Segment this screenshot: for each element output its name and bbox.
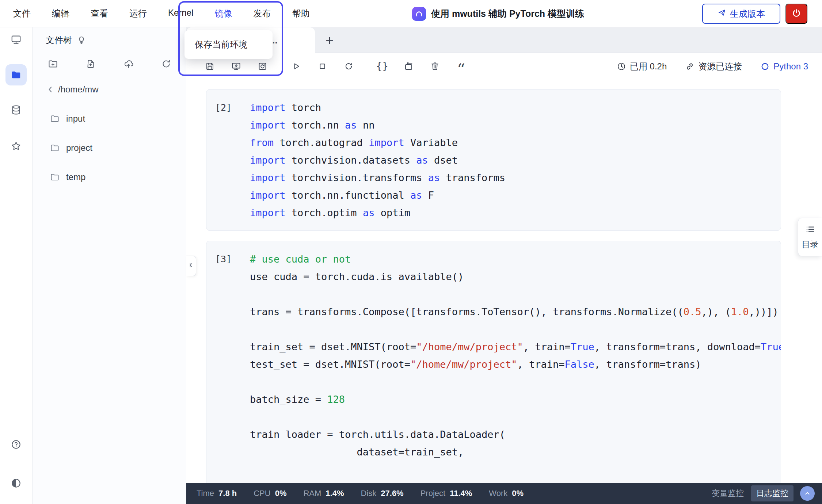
kernel-status[interactable]: Python 3	[760, 61, 808, 72]
resource-status[interactable]: 资源已连接	[685, 61, 742, 72]
menu-item-kernel[interactable]: Kernel	[168, 8, 193, 19]
notebook-title-group: 使用 mwutils 辅助 PyTorch 模型训练	[412, 0, 584, 27]
toc-icon	[805, 224, 815, 236]
stop-button[interactable]	[317, 61, 327, 72]
resource-metrics: Time7.8 hCPU0%RAM1.4%Disk27.6%Project11.…	[186, 489, 524, 498]
delete-cell-button[interactable]	[430, 61, 440, 72]
back-button[interactable]	[46, 85, 55, 94]
chevron-up-icon	[803, 489, 811, 497]
code-editor[interactable]: # use cuda or notuse_cuda = torch.cuda.i…	[250, 251, 781, 461]
menu-item-edit[interactable]: 编辑	[52, 8, 69, 19]
menu-item-publish[interactable]: 发布	[253, 8, 271, 19]
theme-icon	[11, 478, 22, 489]
quote-button[interactable]: “	[456, 61, 466, 72]
send-icon	[718, 8, 726, 17]
folder-fill-icon	[11, 69, 22, 80]
sidebar-folder-fill-button[interactable]	[5, 64, 27, 85]
restart-kernel-button[interactable]	[343, 61, 354, 72]
link-icon	[685, 62, 694, 71]
execution-count: [2]	[215, 99, 232, 117]
refresh-button[interactable]	[161, 59, 171, 69]
delete-cell-icon	[430, 61, 440, 71]
metric-cpu: CPU0%	[254, 489, 286, 498]
restart-run-all-icon	[258, 61, 267, 71]
power-icon	[791, 8, 802, 18]
notebook-toolbar: {}“ 已用 0.2h资源已连接Python 3	[186, 53, 822, 80]
file-tree-panel: 文件树 /home/mw inputprojecttemp	[33, 27, 186, 504]
run-cell-icon	[291, 61, 301, 71]
add-tab-button[interactable]: +	[322, 27, 337, 53]
sidebar-star-button[interactable]	[5, 135, 27, 157]
execution-count: [3]	[215, 251, 232, 268]
log-monitor-tab[interactable]: 日志监控	[751, 485, 794, 501]
collapse-left-icon	[187, 261, 195, 269]
run-cell-button[interactable]	[291, 61, 301, 72]
insert-cell-button[interactable]	[403, 61, 414, 72]
restart-kernel-icon	[344, 61, 354, 71]
metric-disk: Disk27.6%	[361, 489, 404, 498]
file-tree-item-temp[interactable]: temp	[33, 163, 186, 192]
export-button[interactable]	[231, 61, 241, 72]
toc-tab[interactable]: 目录	[798, 218, 822, 256]
restart-run-all-button[interactable]	[257, 61, 267, 72]
collapse-sidebar-handle[interactable]	[186, 256, 196, 276]
file-tree-item-project[interactable]: project	[33, 133, 186, 163]
save-icon	[205, 61, 215, 71]
collapse-left-icon	[187, 261, 195, 270]
code-cell-2[interactable]: [2]import torchimport torch.nn as nnfrom…	[206, 89, 781, 231]
send-icon	[718, 8, 726, 19]
metric-time: Time7.8 h	[197, 489, 237, 498]
variable-monitor-tab[interactable]: 变量监控	[707, 485, 749, 501]
sidebar-workspace-button[interactable]	[5, 29, 27, 50]
help-icon	[11, 439, 22, 450]
export-icon	[231, 61, 241, 71]
save-button[interactable]	[205, 61, 215, 72]
menu-item-image[interactable]: 镜像	[214, 8, 232, 19]
generate-version-button[interactable]: 生成版本	[702, 4, 780, 24]
page-title: 使用 mwutils 辅助 PyTorch 模型训练	[431, 8, 584, 20]
upload-button[interactable]	[123, 59, 134, 69]
menu-item-help[interactable]: 帮助	[292, 8, 309, 19]
file-tree-header: 文件树	[33, 27, 186, 53]
generate-version-label: 生成版本	[730, 8, 765, 20]
lightbulb-icon[interactable]	[77, 36, 86, 45]
activity-bar	[0, 27, 33, 504]
app-logo-icon	[412, 7, 426, 21]
breadcrumb: /home/mw	[33, 75, 186, 104]
time-used[interactable]: 已用 0.2h	[617, 61, 667, 72]
current-path: /home/mw	[58, 84, 99, 95]
workspace-icon	[11, 34, 22, 45]
new-folder-button[interactable]	[48, 59, 58, 69]
notebook-toolbar-status: 已用 0.2h资源已连接Python 3	[617, 61, 822, 72]
code-cell-3[interactable]: [3]# use cuda or notuse_cuda = torch.cud…	[206, 241, 781, 504]
metric-project: Project11.4%	[420, 489, 472, 498]
file-tree-item-input[interactable]: input	[33, 104, 186, 133]
menu-bar: 文件编辑查看运行Kernel镜像发布帮助 使用 mwutils 辅助 PyTor…	[0, 0, 822, 27]
mirror-dropdown-menu: 保存当前环境	[184, 30, 273, 59]
tab-strip: ... +	[186, 27, 822, 53]
metric-work: Work0%	[489, 489, 524, 498]
database-icon	[11, 104, 22, 115]
folder-outline-icon	[50, 143, 60, 153]
sidebar-theme-button[interactable]	[5, 473, 27, 494]
format-code-icon: {}	[376, 60, 388, 72]
menu-item-view[interactable]: 查看	[91, 8, 108, 19]
monitor-switcher: 变量监控日志监控	[707, 485, 822, 501]
menu-item-run[interactable]: 运行	[129, 8, 147, 19]
stop-icon	[317, 61, 327, 71]
shutdown-button[interactable]	[785, 4, 807, 24]
toc-label: 目录	[802, 239, 819, 250]
new-file-button[interactable]	[85, 59, 96, 69]
menu-item-file[interactable]: 文件	[13, 8, 31, 19]
status-bar: Time7.8 hCPU0%RAM1.4%Disk27.6%Project11.…	[186, 483, 822, 504]
menu-item-save-environment[interactable]: 保存当前环境	[184, 39, 247, 50]
format-code-button[interactable]: {}	[377, 61, 387, 72]
code-editor[interactable]: import torchimport torch.nn as nnfrom to…	[250, 99, 781, 222]
app-window: 文件编辑查看运行Kernel镜像发布帮助 使用 mwutils 辅助 PyTor…	[0, 0, 822, 504]
sidebar-database-button[interactable]	[5, 99, 27, 121]
menu-bar-items: 文件编辑查看运行Kernel镜像发布帮助	[0, 8, 309, 19]
scroll-top-button[interactable]	[800, 486, 815, 501]
sidebar-help-button[interactable]	[5, 434, 27, 455]
folder-outline-icon	[50, 114, 60, 123]
folder-outline-icon	[50, 172, 60, 182]
